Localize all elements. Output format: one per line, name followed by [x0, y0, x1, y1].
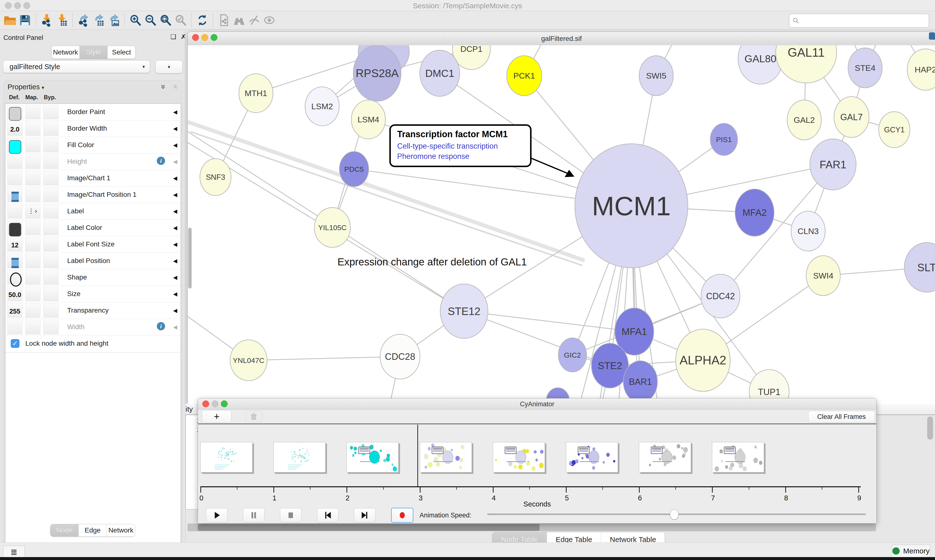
mapping-cell[interactable] [25, 270, 40, 285]
network-node-gal11[interactable]: GAL11 [776, 45, 837, 83]
expand-row-icon[interactable]: ◀ [173, 274, 177, 281]
expand-all-icon[interactable]: » [159, 85, 168, 89]
annotation-link-1[interactable]: Cell-type-specific transcription [397, 142, 524, 151]
delete-frame-button[interactable]: 🗑 [246, 411, 262, 422]
column-ity[interactable]: ity [185, 405, 193, 413]
expand-row-icon[interactable]: ◀ [173, 175, 177, 182]
network-node-ste12[interactable]: STE12 [440, 284, 488, 338]
show-all-button[interactable] [262, 13, 277, 28]
network-node-swi5[interactable]: SWI5 [639, 56, 673, 95]
float-panel-icon[interactable]: ❑ [170, 33, 176, 41]
add-frame-button[interactable]: + [202, 410, 231, 423]
property-row-label-position[interactable]: Label Position◀ [5, 252, 181, 269]
network-node-cln3[interactable]: CLN3 [791, 211, 825, 251]
search-input[interactable] [789, 14, 929, 28]
mapping-cell[interactable] [25, 237, 40, 252]
default-cell[interactable] [7, 221, 22, 235]
expand-row-icon[interactable]: ◀ [173, 158, 177, 165]
mapping-cell[interactable] [25, 287, 40, 301]
color-swatch[interactable] [9, 107, 21, 121]
bypass-cell[interactable] [43, 105, 59, 119]
import-table-button[interactable] [54, 13, 69, 28]
property-row-shape[interactable]: Shape◀ [5, 269, 181, 286]
import-network-button[interactable] [39, 13, 54, 28]
zoom-fit-button[interactable] [158, 13, 173, 28]
animation-speed-slider-thumb[interactable] [670, 509, 679, 520]
network-node-ynl047c[interactable]: YNL047C [230, 340, 267, 381]
network-node-mth1[interactable]: MTH1 [239, 74, 273, 112]
export-network-button[interactable] [76, 13, 91, 28]
tab-network-style[interactable]: Network [106, 524, 135, 536]
network-node-mfa2[interactable]: MFA2 [735, 189, 774, 236]
open-session-button[interactable] [2, 13, 17, 28]
bypass-cell[interactable] [43, 270, 59, 285]
default-cell[interactable] [7, 171, 22, 185]
mapping-cell[interactable] [25, 105, 40, 119]
skip-start-button[interactable] [317, 508, 338, 522]
zoom-selected-button[interactable] [173, 13, 188, 28]
network-node-gal2[interactable]: GAL2 [787, 100, 821, 140]
color-swatch[interactable] [9, 223, 21, 237]
bypass-cell[interactable] [43, 237, 59, 252]
network-node-dmc1[interactable]: DMC1 [420, 50, 460, 96]
timeline-frame-3[interactable] [420, 442, 472, 472]
network-node-slt2[interactable]: SLT [904, 243, 935, 292]
collapse-all-icon[interactable]: » [170, 85, 179, 89]
mapping-cell[interactable] [25, 122, 40, 136]
color-swatch[interactable] [9, 140, 21, 154]
property-row-fill-color[interactable]: Fill Color◀ [5, 137, 181, 154]
lock-node-size-checkbox[interactable]: ✓ [11, 339, 20, 348]
bypass-cell[interactable] [43, 138, 59, 152]
table-hscrollbar-thumb[interactable] [198, 524, 540, 531]
expand-row-icon[interactable]: ◀ [173, 208, 177, 215]
timeline-frame-4[interactable] [493, 442, 545, 472]
network-edge[interactable] [464, 311, 634, 332]
property-row-size[interactable]: 50.0 Size◀ [5, 286, 181, 302]
memory-button[interactable]: Memory [892, 545, 930, 557]
bypass-cell[interactable] [43, 320, 59, 334]
default-cell[interactable] [7, 254, 22, 268]
mapping-cell[interactable]: ⋮› [25, 204, 40, 218]
property-row-label[interactable]: ⋮› Label◀ [5, 203, 181, 220]
expand-row-icon[interactable]: ◀ [173, 192, 177, 198]
bypass-cell[interactable] [43, 171, 59, 185]
network-canvas[interactable]: DCP1RPS28ADMC1PCK1SWI5GAL80GAL11STE4HAP2… [188, 45, 935, 404]
property-row-label-color[interactable]: Label Color◀ [5, 219, 181, 236]
hide-selected-button[interactable] [247, 13, 262, 28]
property-row-transparency[interactable]: 255 Transparency◀ [5, 302, 181, 319]
network-node-bar1[interactable]: BAR1 [623, 361, 657, 403]
annotation-box[interactable]: Transcription factor MCM1 Cell-type-spec… [389, 124, 532, 167]
bypass-cell[interactable] [43, 154, 59, 169]
network-node-cdc42[interactable]: CDC42 [701, 274, 740, 318]
mapping-cell[interactable] [25, 221, 40, 235]
timeline-frame-1[interactable] [273, 442, 326, 472]
properties-header[interactable]: Properties ▾ [8, 83, 44, 91]
default-cell[interactable] [7, 188, 22, 202]
default-cell[interactable]: 2.0 [7, 122, 22, 136]
network-node-lsm2[interactable]: LSM2 [305, 87, 339, 126]
network-node-swi4[interactable]: SWI4 [806, 256, 840, 295]
pause-button[interactable] [243, 508, 264, 522]
export-table-button[interactable] [91, 13, 106, 28]
network-vertical-scrollbar[interactable] [188, 228, 191, 289]
property-row-height[interactable]: Heighti◀ [5, 153, 181, 170]
frames-timeline[interactable] [198, 424, 876, 499]
timeline-playhead[interactable] [417, 425, 418, 486]
close-panel-icon[interactable]: ✗ [181, 33, 186, 41]
network-node-pis1[interactable]: PIS1 [710, 123, 738, 155]
task-history-button[interactable]: ≣ [3, 546, 25, 558]
default-cell[interactable] [7, 204, 22, 218]
expand-row-icon[interactable]: ◀ [173, 225, 177, 231]
network-node-far1[interactable]: FAR1 [810, 139, 856, 190]
network-node-cdc28[interactable]: CDC28 [380, 334, 420, 379]
info-icon[interactable]: i [157, 157, 165, 165]
stop-button[interactable] [280, 508, 301, 522]
network-node-mcm1[interactable]: MCM1 [575, 144, 688, 268]
expand-row-icon[interactable]: ◀ [173, 109, 177, 115]
tab-style[interactable]: Style [79, 46, 107, 58]
network-node-gic2[interactable]: GIC2 [559, 338, 586, 372]
default-cell[interactable] [7, 154, 22, 169]
zoom-out-button[interactable] [143, 13, 158, 28]
network-edge[interactable] [248, 357, 400, 360]
default-cell[interactable] [7, 270, 22, 285]
